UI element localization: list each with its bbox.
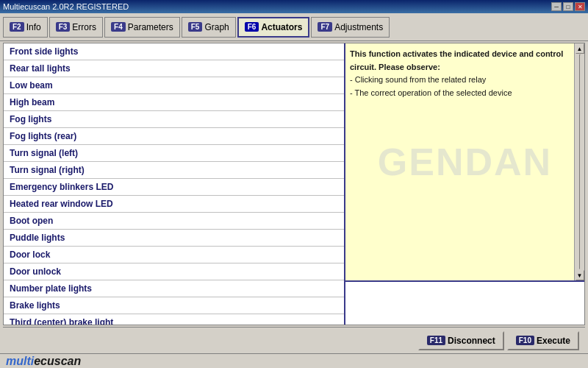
list-item[interactable]: Door unlock [4, 263, 344, 280]
watermark: GENDAN [378, 140, 552, 184]
execute-label: Execute [537, 336, 570, 346]
title-bar: Multiecuscan 2.0R2 REGISTERED ─ □ ✕ [0, 0, 588, 13]
info-line3: - Clicking sound from the related relay [350, 75, 486, 84]
list-item[interactable]: Brake lights [4, 297, 344, 314]
info-line4: - The correct operation of the selected … [350, 88, 512, 97]
window-controls: ─ □ ✕ [551, 2, 585, 11]
disconnect-key: F11 [427, 336, 445, 345]
list-item[interactable]: Number plate lights [4, 280, 344, 297]
list-item[interactable]: Turn signal (right) [4, 162, 344, 179]
list-item[interactable]: Turn signal (left) [4, 145, 344, 162]
execute-key: F10 [516, 336, 534, 345]
tab-parameters[interactable]: F4 Parameters [104, 17, 180, 38]
logo-scan: ecuscan [34, 355, 81, 367]
logo-bar: multiecuscan [0, 353, 588, 368]
tab-key-parameters: F4 [111, 22, 126, 32]
right-panel: GENDAN This function activates the indic… [345, 43, 584, 325]
list-item[interactable]: Low beam [4, 77, 344, 94]
title-text: Multiecuscan 2.0R2 REGISTERED [3, 2, 551, 11]
tab-label-adjustments: Adjustments [334, 22, 383, 32]
list-item[interactable]: Puddle lights [4, 230, 344, 247]
info-line1: This function activates the indicated de… [350, 49, 563, 58]
scroll-up[interactable]: ▲ [576, 43, 584, 54]
scroll-down[interactable]: ▼ [576, 270, 584, 280]
bottom-panel: F11 Disconnect F10 Execute [3, 327, 585, 353]
tab-graph[interactable]: F5 Graph [182, 17, 236, 38]
main-content: Front side lightsRear tall lightsLow bea… [3, 43, 585, 325]
close-button[interactable]: ✕ [575, 2, 585, 11]
list-item[interactable]: Door lock [4, 247, 344, 263]
maximize-button[interactable]: □ [563, 2, 573, 11]
tab-label-errors: Errors [72, 22, 96, 32]
tab-label-parameters: Parameters [128, 22, 173, 32]
disconnect-button[interactable]: F11 Disconnect [418, 331, 504, 350]
list-item[interactable]: Heated rear window LED [4, 196, 344, 213]
execute-button[interactable]: F10 Execute [507, 331, 579, 350]
info-line2: circuit. Please observe: [350, 63, 440, 71]
list-item[interactable]: Front side lights [4, 43, 344, 60]
info-panel-bottom [345, 280, 584, 325]
info-text: This function activates the indicated de… [350, 48, 571, 99]
toolbar: F2 Info F3 Errors F4 Parameters F5 Graph… [0, 13, 588, 41]
list-item[interactable]: Third (center) brake light [4, 314, 344, 325]
info-panel: GENDAN This function activates the indic… [345, 43, 584, 280]
logo: multiecuscan [6, 355, 81, 368]
actuators-list[interactable]: Front side lightsRear tall lightsLow bea… [4, 43, 345, 325]
tab-key-info: F2 [10, 22, 24, 32]
tab-label-actuators: Actuators [261, 22, 302, 32]
list-item[interactable]: Boot open [4, 213, 344, 230]
list-item[interactable]: Rear tall lights [4, 60, 344, 77]
list-item[interactable]: Fog lights [4, 111, 344, 128]
tab-info[interactable]: F2 Info [3, 17, 48, 38]
scroll-thumb[interactable] [579, 54, 581, 269]
tab-key-graph: F5 [188, 22, 203, 32]
tab-key-errors: F3 [56, 22, 71, 32]
tab-key-adjustments: F7 [318, 22, 332, 32]
tab-label-graph: Graph [204, 22, 229, 32]
info-scrollbar[interactable]: ▲ ▼ [574, 43, 584, 280]
tab-label-info: Info [26, 22, 41, 32]
tab-key-actuators: F6 [245, 22, 259, 32]
list-item[interactable]: Emergency blinkers LED [4, 179, 344, 196]
logo-multi: multi [6, 355, 34, 367]
tab-errors[interactable]: F3 Errors [49, 17, 103, 38]
disconnect-label: Disconnect [448, 336, 495, 346]
list-item[interactable]: Fog lights (rear) [4, 128, 344, 145]
minimize-button[interactable]: ─ [551, 2, 562, 11]
list-item[interactable]: High beam [4, 94, 344, 111]
tab-actuators[interactable]: F6 Actuators [237, 17, 310, 38]
tab-adjustments[interactable]: F7 Adjustments [311, 17, 390, 38]
